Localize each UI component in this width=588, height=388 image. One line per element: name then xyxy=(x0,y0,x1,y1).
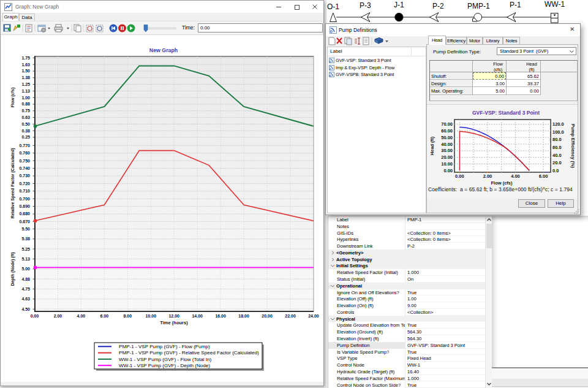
svg-text:0.75: 0.75 xyxy=(21,108,30,113)
svg-text:8.00: 8.00 xyxy=(124,314,132,318)
svg-text:20.00: 20.00 xyxy=(262,314,273,318)
svg-text:30.00: 30.00 xyxy=(441,148,453,153)
svg-text:WW-1: WW-1 xyxy=(545,0,565,9)
svg-text:PMP-1 - VSP Pump (GVF) - Flow: PMP-1 - VSP Pump (GVF) - Flow (Pump) xyxy=(119,344,210,349)
svg-text:Flow (cfs): Flow (cfs) xyxy=(491,180,513,186)
svg-text:6.00: 6.00 xyxy=(100,314,109,318)
svg-text:Head (ft): Head (ft) xyxy=(429,136,435,155)
svg-text:Pump Efficiency (%): Pump Efficiency (%) xyxy=(570,124,576,169)
svg-text:20.00: 20.00 xyxy=(441,154,453,160)
svg-text:0.50: 0.50 xyxy=(21,122,30,126)
svg-text:0.700: 0.700 xyxy=(19,197,30,201)
svg-text:0.63: 0.63 xyxy=(21,115,30,120)
svg-text:2.00: 2.00 xyxy=(54,314,62,318)
svg-text:60.0: 60.0 xyxy=(552,145,562,150)
svg-text:0.690: 0.690 xyxy=(19,204,30,208)
svg-text:18.00: 18.00 xyxy=(238,314,249,318)
svg-text:0.00: 0.00 xyxy=(31,314,39,318)
svg-text:Flow (cfs): Flow (cfs) xyxy=(10,88,15,108)
svg-text:2.00: 2.00 xyxy=(483,173,492,179)
svg-text:1.50: 1.50 xyxy=(21,69,30,73)
svg-text:0.00: 0.00 xyxy=(443,168,453,173)
svg-text:4.88: 4.88 xyxy=(21,277,30,281)
svg-text:0.710: 0.710 xyxy=(19,189,30,193)
svg-text:60.00: 60.00 xyxy=(441,128,453,134)
svg-text:0.760: 0.760 xyxy=(19,151,30,155)
svg-text:4.50: 4.50 xyxy=(21,307,30,311)
svg-text:New Graph: New Graph xyxy=(149,47,178,53)
svg-text:80.0: 80.0 xyxy=(552,137,562,142)
svg-text:Coefficients: a = 65.62 ft; b: Coefficients: a = 65.62 ft; b = 3.658e+0… xyxy=(428,186,573,192)
svg-text:WW-1 - VSP Pump (GVF) - Flow (: WW-1 - VSP Pump (GVF) - Flow (Total In) xyxy=(119,357,212,362)
svg-text:5.38: 5.38 xyxy=(21,237,30,241)
svg-text:16.00: 16.00 xyxy=(215,314,226,318)
svg-text:120.0: 120.0 xyxy=(552,121,564,127)
svg-text:Depth (Node) (ft): Depth (Node) (ft) xyxy=(10,252,15,286)
svg-text:14.00: 14.00 xyxy=(192,314,203,318)
svg-text:0.720: 0.720 xyxy=(19,181,30,186)
svg-text:P-2: P-2 xyxy=(432,2,444,10)
svg-text:70.00: 70.00 xyxy=(441,121,453,127)
svg-text:WW-1 - VSP Pump (GVF) - Depth: WW-1 - VSP Pump (GVF) - Depth (Node) xyxy=(119,363,210,368)
svg-text:O-1: O-1 xyxy=(327,2,339,11)
svg-text:0.00: 0.00 xyxy=(455,173,464,179)
svg-text:5.25: 5.25 xyxy=(21,247,30,251)
svg-text:5.50: 5.50 xyxy=(21,227,30,231)
svg-text:0.25: 0.25 xyxy=(21,135,30,139)
svg-text:GVF-VSP: Standard 3 Point: GVF-VSP: Standard 3 Point xyxy=(472,110,540,116)
svg-text:0.88: 0.88 xyxy=(21,102,30,106)
svg-text:0.670: 0.670 xyxy=(19,219,30,224)
svg-text:5.13: 5.13 xyxy=(21,257,30,261)
svg-text:0.770: 0.770 xyxy=(19,143,30,148)
svg-text:100.0: 100.0 xyxy=(552,129,564,135)
svg-text:50.00: 50.00 xyxy=(441,135,453,140)
svg-text:P-1: P-1 xyxy=(510,1,521,9)
svg-text:PMP-1: PMP-1 xyxy=(467,2,490,10)
svg-text:J-1: J-1 xyxy=(394,1,404,9)
svg-text:4.63: 4.63 xyxy=(21,297,30,301)
svg-text:22.00: 22.00 xyxy=(285,314,296,318)
svg-text:40.0: 40.0 xyxy=(552,153,562,158)
svg-text:40.00: 40.00 xyxy=(441,142,453,147)
svg-text:0.38: 0.38 xyxy=(21,129,30,133)
svg-text:12.00: 12.00 xyxy=(168,314,179,318)
svg-text:Relative Speed Factor (Calcula: Relative Speed Factor (Calculated) xyxy=(10,148,15,218)
svg-text:P-3: P-3 xyxy=(360,1,371,10)
svg-text:10.00: 10.00 xyxy=(146,314,157,318)
svg-text:4.75: 4.75 xyxy=(21,287,30,291)
svg-text:20.0: 20.0 xyxy=(552,160,562,165)
svg-text:1.00: 1.00 xyxy=(21,96,30,100)
svg-text:0.680: 0.680 xyxy=(19,211,30,216)
svg-text:0.740: 0.740 xyxy=(19,166,30,170)
svg-text:0.0: 0.0 xyxy=(552,168,559,173)
svg-text:0.730: 0.730 xyxy=(19,173,30,178)
svg-text:1.13: 1.13 xyxy=(21,89,30,93)
svg-text:4.00: 4.00 xyxy=(511,173,520,179)
svg-text:24.00: 24.00 xyxy=(308,314,319,318)
svg-text:6.00: 6.00 xyxy=(539,173,548,179)
svg-text:PMP-1 - VSP Pump (GVF) - Relat: PMP-1 - VSP Pump (GVF) - Relative Speed … xyxy=(119,350,259,356)
svg-text:4.00: 4.00 xyxy=(77,314,86,318)
svg-text:1.25: 1.25 xyxy=(21,82,30,86)
svg-text:1.75: 1.75 xyxy=(21,56,30,60)
svg-text:10.00: 10.00 xyxy=(441,161,453,167)
svg-text:5.00: 5.00 xyxy=(21,267,30,271)
svg-text:1.63: 1.63 xyxy=(21,63,30,67)
svg-text:Time (hours): Time (hours) xyxy=(160,320,188,325)
svg-text:1.38: 1.38 xyxy=(21,75,30,80)
svg-text:0.750: 0.750 xyxy=(19,159,30,163)
